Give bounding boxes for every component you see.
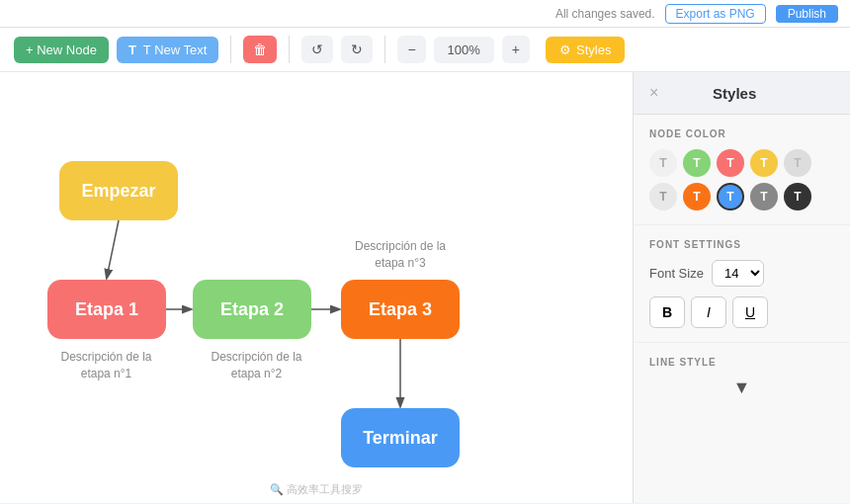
swatch-black[interactable]: T [784, 183, 811, 210]
font-size-row: Font Size 14 12 16 18 20 [649, 260, 834, 287]
styles-gear-icon: ⚙ [559, 42, 571, 57]
node-color-title: NODE COLOR [649, 128, 834, 139]
canvas[interactable]: Empezar Etapa 1 Descripción de laetapa n… [0, 72, 633, 503]
styles-button[interactable]: ⚙ Styles [546, 37, 625, 63]
saved-status: All changes saved. [555, 7, 655, 21]
undo-button[interactable]: ↺ [301, 36, 333, 63]
export-png-button[interactable]: Export as PNG [665, 4, 766, 24]
node-empezar-label: Empezar [81, 181, 155, 202]
zoom-in-button[interactable]: + [502, 36, 530, 63]
line-style-title: LINE STYLE [649, 357, 834, 368]
node-etapa3-label: Etapa 3 [369, 299, 432, 320]
node-empezar[interactable]: Empezar [59, 161, 178, 220]
toolbar: + New Node T T New Text 🗑 ↺ ↻ − 100% + ⚙… [0, 28, 850, 72]
node-etapa3[interactable]: Etapa 3 [341, 280, 460, 339]
swatch-red[interactable]: T [717, 149, 744, 177]
color-swatches-row1: T T T T T [649, 149, 834, 177]
node-etapa1-desc: Descripción de laetapa n°1 [30, 349, 183, 382]
panel-header: × Styles [634, 72, 850, 115]
publish-button[interactable]: Publish [776, 5, 838, 23]
font-settings-title: FONT SETTINGS [649, 239, 834, 250]
node-etapa2-desc: Descripción de laetapa n°2 [180, 349, 333, 382]
redo-button[interactable]: ↻ [341, 36, 373, 63]
new-text-label: T New Text [143, 42, 208, 57]
watermark: 🔍 高效率工具搜罗 [270, 482, 363, 497]
styles-label: Styles [576, 42, 611, 57]
bold-button[interactable]: B [649, 296, 685, 328]
node-etapa3-desc: Descripción de laetapa n°3 [336, 238, 465, 272]
node-color-section: NODE COLOR T T T T T T T T T T [634, 115, 850, 225]
swatch-blue[interactable]: T [717, 183, 744, 210]
zoom-plus-icon: + [512, 42, 520, 57]
swatch-light[interactable]: T [649, 149, 677, 177]
node-etapa1-label: Etapa 1 [75, 299, 138, 320]
node-terminar[interactable]: Terminar [341, 408, 460, 467]
zoom-minus-icon: − [407, 42, 415, 57]
delete-button[interactable]: 🗑 [243, 36, 277, 63]
new-text-button[interactable]: T T New Text [117, 37, 219, 63]
font-size-select[interactable]: 14 12 16 18 20 [712, 260, 764, 287]
swatch-gray-light[interactable]: T [784, 149, 811, 177]
redo-icon: ↻ [351, 42, 363, 57]
line-style-arrow: ▼ [649, 378, 834, 398]
top-bar: All changes saved. Export as PNG Publish [0, 0, 850, 28]
svg-line-0 [107, 220, 119, 278]
undo-icon: ↺ [311, 42, 323, 57]
zoom-out-button[interactable]: − [397, 36, 425, 63]
underline-button[interactable]: U [732, 296, 768, 328]
main-area: Empezar Etapa 1 Descripción de laetapa n… [0, 72, 850, 503]
color-swatches-row2: T T T T T [649, 183, 834, 210]
node-terminar-label: Terminar [363, 428, 438, 449]
text-icon: T [128, 42, 136, 57]
styles-panel: × Styles NODE COLOR T T T T T T T T T T [633, 72, 850, 503]
node-etapa1[interactable]: Etapa 1 [47, 280, 166, 339]
node-etapa2-label: Etapa 2 [220, 299, 284, 320]
toolbar-separator-2 [289, 36, 290, 63]
swatch-gray-dark[interactable]: T [750, 183, 778, 210]
swatch-orange[interactable]: T [683, 183, 711, 210]
zoom-value: 100% [434, 37, 494, 63]
font-size-label: Font Size [649, 266, 704, 281]
new-node-button[interactable]: + New Node [14, 37, 109, 63]
delete-icon: 🗑 [253, 42, 267, 57]
font-settings-section: FONT SETTINGS Font Size 14 12 16 18 20 B… [634, 225, 850, 343]
panel-title: Styles [658, 85, 810, 102]
line-style-section: LINE STYLE ▼ [634, 343, 850, 412]
italic-button[interactable]: I [691, 296, 726, 328]
format-buttons: B I U [649, 296, 834, 328]
panel-close-button[interactable]: × [649, 84, 658, 102]
toolbar-separator-3 [384, 36, 385, 63]
swatch-white[interactable]: T [649, 183, 677, 210]
swatch-yellow[interactable]: T [750, 149, 778, 177]
swatch-green[interactable]: T [683, 149, 711, 177]
node-etapa2[interactable]: Etapa 2 [193, 280, 311, 339]
toolbar-separator-1 [230, 36, 231, 63]
